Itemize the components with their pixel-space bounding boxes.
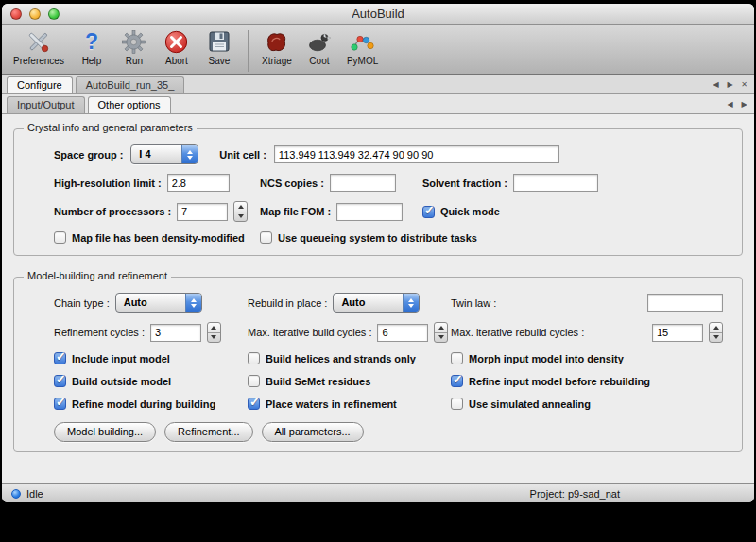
max-rebuild-cycles-stepper[interactable] xyxy=(709,322,723,343)
group-title: Crystal info and general parameters xyxy=(24,122,197,133)
checkbox-box xyxy=(54,352,66,364)
max-build-cycles-stepper[interactable] xyxy=(434,322,448,343)
all-parameters-button[interactable]: All parameters... xyxy=(262,422,364,442)
tool-label: Abort xyxy=(165,56,188,66)
popup-arrows-icon xyxy=(403,294,419,312)
checkbox-box xyxy=(248,398,260,410)
toolbar-separator xyxy=(248,30,249,72)
pymol-button[interactable]: PyMOL xyxy=(341,27,384,66)
chain-type-popup[interactable]: Auto xyxy=(115,293,202,313)
checkbox-refine-before-rebuilding[interactable]: Refine input model before rebuilding xyxy=(451,375,730,387)
tab-input-output[interactable]: Input/Output xyxy=(7,96,85,113)
abort-icon xyxy=(163,27,189,56)
checkbox-queueing-system[interactable]: Use queueing system to distribute tasks xyxy=(260,231,477,244)
run-button[interactable]: Run xyxy=(113,27,155,66)
help-icon: ? xyxy=(85,27,98,56)
resolution-row: High-resolution limit : NCS copies : Sol… xyxy=(54,174,730,192)
unit-cell-input[interactable] xyxy=(274,145,559,163)
traffic-lights xyxy=(10,8,60,20)
refinement-cycles-stepper[interactable] xyxy=(207,322,221,343)
xtriage-button[interactable]: Xtriage xyxy=(256,27,298,66)
close-window-button[interactable] xyxy=(10,8,22,20)
crystal-checkbox-row: Map file has been density-modified Use q… xyxy=(54,231,730,244)
space-group-popup[interactable]: I 4 xyxy=(130,144,198,164)
checkbox-quick-mode[interactable]: Quick mode xyxy=(422,206,500,218)
preferences-button[interactable]: Preferences xyxy=(8,27,70,66)
checkbox-simulated-annealing[interactable]: Use simulated annealing xyxy=(451,398,730,410)
tab-autobuild-run[interactable]: AutoBuild_run_35_ xyxy=(76,76,185,93)
space-group-row: Space group : I 4 Unit cell : xyxy=(54,144,730,164)
refinement-cycles-input[interactable] xyxy=(150,324,201,342)
tab-configure[interactable]: Configure xyxy=(7,76,73,93)
title-bar: AutoBuild xyxy=(2,4,754,25)
solvent-fraction-input[interactable] xyxy=(513,174,598,192)
zoom-window-button[interactable] xyxy=(48,8,60,20)
tab-other-options[interactable]: Other options xyxy=(88,96,171,113)
map-file-fom-label: Map file FOM : xyxy=(260,206,331,217)
num-processors-stepper[interactable] xyxy=(233,201,248,222)
help-button[interactable]: ? Help xyxy=(71,27,112,66)
tool-label: PyMOL xyxy=(347,56,378,66)
checkbox-box xyxy=(451,398,463,410)
project-label: Project: p9-sad_nat xyxy=(530,488,620,500)
tab-scroll-right-icon[interactable]: ▶ xyxy=(739,99,749,110)
rebuild-in-place-popup[interactable]: Auto xyxy=(333,293,420,313)
preferences-icon xyxy=(26,27,51,56)
checkbox-density-modified[interactable]: Map file has been density-modified xyxy=(54,231,245,244)
checkbox-box xyxy=(248,375,260,387)
toolbar: Preferences ? Help xyxy=(2,25,754,75)
chain-type-row: Chain type : Auto Rebuild in place : Aut… xyxy=(54,293,730,313)
tool-label: Help xyxy=(82,56,102,66)
max-rebuild-cycles-input[interactable] xyxy=(652,324,703,342)
tab-scroll-left-icon[interactable]: ◀ xyxy=(725,99,735,110)
checkbox-build-helices-strands[interactable]: Build helices and strands only xyxy=(248,352,451,364)
window-title: AutoBuild xyxy=(352,7,404,21)
ncs-copies-label: NCS copies : xyxy=(260,178,324,189)
max-build-cycles-label: Max. iterative build cycles : xyxy=(248,327,371,338)
chain-type-label: Chain type : xyxy=(54,297,110,309)
checkbox-place-waters[interactable]: Place waters in refinement xyxy=(248,398,451,410)
checkbox-refine-during-building[interactable]: Refine model during building xyxy=(54,398,248,410)
twin-law-input[interactable] xyxy=(647,294,723,312)
tool-label: Run xyxy=(126,56,143,66)
tab-scroll-left-icon[interactable]: ◀ xyxy=(711,79,721,90)
tool-label: Preferences xyxy=(13,56,64,66)
tab-scroll-right-icon[interactable]: ▶ xyxy=(725,79,735,90)
model-building-button[interactable]: Model building... xyxy=(54,422,156,442)
high-res-label: High-resolution limit : xyxy=(54,178,162,189)
content-area: Crystal info and general parameters Spac… xyxy=(2,114,754,483)
tool-label: Coot xyxy=(309,56,329,66)
coot-button[interactable]: Coot xyxy=(299,27,340,66)
max-build-cycles-input[interactable] xyxy=(377,324,428,342)
rebuild-in-place-label: Rebuild in place : xyxy=(248,297,327,309)
tab-close-icon[interactable]: ✕ xyxy=(739,79,749,90)
max-rebuild-cycles-label: Max. iterative rebuild cycles : xyxy=(451,327,584,338)
main-tab-controls: ◀ ▶ ✕ xyxy=(711,79,749,93)
save-floppy-icon xyxy=(207,27,232,56)
status-dot-icon xyxy=(11,489,21,499)
main-tab-bar: Configure AutoBuild_run_35_ ◀ ▶ ✕ xyxy=(2,75,754,94)
tool-label: Xtriage xyxy=(262,56,292,66)
popup-arrows-icon xyxy=(181,145,198,163)
model-checkbox-grid: Include input model Build helices and st… xyxy=(54,352,730,410)
xtriage-icon xyxy=(264,27,289,56)
checkbox-include-input-model[interactable]: Include input model xyxy=(54,352,248,364)
checkbox-box xyxy=(451,375,463,387)
solvent-fraction-label: Solvent fraction : xyxy=(422,178,507,189)
checkbox-box xyxy=(260,231,272,244)
checkbox-box xyxy=(248,352,260,364)
checkbox-build-semet[interactable]: Build SeMet residues xyxy=(248,375,451,387)
parameter-buttons-row: Model building... Refinement... All para… xyxy=(54,422,730,442)
cycles-row: Refinement cycles : Max. iterative build… xyxy=(54,322,730,343)
save-button[interactable]: Save xyxy=(198,27,240,66)
high-res-input[interactable] xyxy=(167,174,230,192)
refinement-button[interactable]: Refinement... xyxy=(164,422,252,442)
num-processors-input[interactable] xyxy=(177,203,228,221)
checkbox-morph-input-model[interactable]: Morph input model into density xyxy=(451,352,730,364)
checkbox-build-outside-model[interactable]: Build outside model xyxy=(54,375,248,387)
group-title: Model-building and refinement xyxy=(24,270,171,281)
map-file-fom-input[interactable] xyxy=(336,203,403,221)
minimize-window-button[interactable] xyxy=(29,8,41,20)
ncs-copies-input[interactable] xyxy=(330,174,396,192)
abort-button[interactable]: Abort xyxy=(156,27,198,66)
